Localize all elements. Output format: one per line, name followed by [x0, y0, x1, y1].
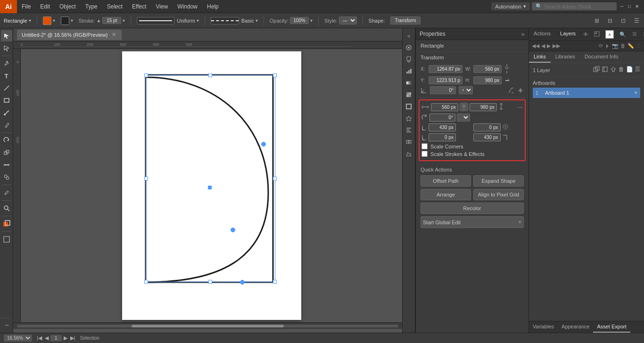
eyedropper-tool[interactable]: [1, 187, 12, 198]
zoom-tool[interactable]: [1, 203, 12, 214]
menu-edit[interactable]: Edit: [35, 0, 55, 13]
opacity-arrow-icon[interactable]: ▾: [310, 18, 313, 23]
angle-input[interactable]: [430, 86, 456, 94]
layer-nav-next-icon[interactable]: ▶▶: [553, 43, 560, 49]
opacity-input[interactable]: [290, 17, 309, 24]
image-trace-icon[interactable]: [403, 148, 414, 159]
appear-icon[interactable]: [403, 42, 414, 53]
menu-view[interactable]: View: [151, 0, 173, 13]
collapse-panel-icon[interactable]: «: [403, 30, 414, 41]
artboard-item-1[interactable]: 1 Artboard 1 +: [533, 88, 640, 98]
stroke-swatch[interactable]: [61, 16, 69, 25]
zoom-select[interactable]: 16.56%: [4, 335, 32, 342]
canvas-content[interactable]: [21, 49, 402, 322]
shape-builder-tool[interactable]: [1, 172, 12, 183]
corner-tr-input[interactable]: [473, 123, 501, 131]
stroke-style-arrow-icon[interactable]: ▾: [256, 18, 258, 23]
align-panel-icon[interactable]: [403, 124, 414, 136]
shape-dropdown-icon[interactable]: ▾: [29, 18, 31, 23]
tab-layers[interactable]: Layers: [555, 28, 580, 41]
graph-icon[interactable]: [403, 65, 414, 77]
type-tool[interactable]: T: [1, 70, 12, 82]
fill-arrow-icon[interactable]: ▾: [53, 18, 55, 23]
height-input[interactable]: [470, 103, 497, 111]
bezier-handle-1[interactable]: [261, 142, 266, 147]
tab-asset-export[interactable]: Asset Export: [593, 321, 630, 333]
menu-object[interactable]: Object: [55, 0, 81, 13]
artboard[interactable]: [122, 51, 301, 320]
workspace-selector[interactable]: Automation ▾: [491, 2, 530, 10]
scale-strokes-checkbox[interactable]: [421, 151, 428, 157]
menu-select[interactable]: Select: [102, 0, 127, 13]
layer-make-icon[interactable]: [593, 66, 600, 74]
center-point[interactable]: [208, 186, 212, 189]
layer-replay-icon[interactable]: ⟳: [599, 43, 603, 49]
transparency-icon[interactable]: [403, 89, 414, 100]
panel-layer-icon[interactable]: [591, 29, 603, 40]
width-input[interactable]: [431, 103, 458, 111]
close-button[interactable]: ✕: [634, 3, 640, 10]
more-icon[interactable]: ☰: [631, 15, 642, 26]
link-wh-icon[interactable]: [504, 63, 509, 74]
layer-more-icon[interactable]: ⋮: [636, 43, 641, 49]
first-page-button[interactable]: |◀: [36, 335, 43, 341]
tab-document-info[interactable]: Document Info: [580, 51, 623, 63]
scale-corners-checkbox[interactable]: [421, 143, 428, 149]
scrollbar-thumb-h[interactable]: [132, 325, 284, 327]
page-number-input[interactable]: [50, 335, 62, 341]
w-input[interactable]: [473, 65, 502, 73]
layer-play-icon[interactable]: ⏵: [605, 43, 610, 49]
bezier-handle-3[interactable]: [240, 280, 245, 285]
direct-selection-tool[interactable]: [1, 42, 12, 54]
transform-button[interactable]: Transform: [390, 16, 420, 24]
minimize-button[interactable]: ─: [619, 3, 625, 10]
layer-nav-prev-icon[interactable]: ◀◀: [532, 43, 539, 49]
rotate-tool[interactable]: [1, 135, 12, 146]
transform-icon[interactable]: ⊡: [618, 15, 629, 26]
align-pixel-button[interactable]: Align to Pixel Grid: [473, 189, 524, 200]
layer-edit-icon[interactable]: ✏️: [627, 43, 634, 49]
scale-tool[interactable]: [1, 147, 12, 158]
menu-window[interactable]: Window: [173, 0, 202, 13]
stroke-input[interactable]: [102, 17, 121, 24]
rotation-input[interactable]: [429, 114, 455, 122]
pathfinder-icon[interactable]: [403, 136, 414, 147]
x-input[interactable]: [429, 65, 462, 73]
angle-dropdown[interactable]: ▾: [459, 86, 473, 94]
brush-icon[interactable]: [403, 54, 414, 65]
tab-actions[interactable]: Actions: [529, 28, 555, 41]
align-icon[interactable]: ⊟: [604, 15, 616, 26]
tab-appearance[interactable]: Appearance: [558, 321, 593, 333]
stroke-up-icon[interactable]: ▲: [96, 18, 101, 23]
fill-selector[interactable]: ▾: [41, 16, 57, 25]
link-icon[interactable]: [460, 103, 468, 111]
grid-icon[interactable]: ⊞: [591, 15, 603, 26]
layer-collect-icon[interactable]: [610, 66, 617, 74]
corner-bl-input[interactable]: [429, 133, 456, 141]
rect-tool[interactable]: [1, 95, 12, 106]
tab-variables[interactable]: Variables: [529, 321, 558, 333]
menu-help[interactable]: Help: [202, 0, 223, 13]
corner-br-input[interactable]: [473, 133, 501, 141]
menu-effect[interactable]: Effect: [127, 0, 151, 13]
corner-tl-input[interactable]: [429, 123, 456, 131]
canvas-tab-close-button[interactable]: ✕: [110, 32, 117, 38]
layer-nav-forward-icon[interactable]: ▶: [547, 43, 551, 49]
search-box[interactable]: 🔍: [532, 2, 617, 10]
layer-delete-icon[interactable]: 🗑: [619, 66, 624, 74]
h-input[interactable]: [473, 76, 502, 84]
recolor-button[interactable]: Recolor: [421, 203, 524, 214]
panel-toolbar-icon[interactable]: [629, 29, 640, 40]
options-dots-button[interactable]: ···: [517, 103, 523, 111]
style-select[interactable]: —: [339, 16, 357, 24]
bezier-handle-2[interactable]: [231, 228, 235, 232]
layer-camera-icon[interactable]: 📷: [612, 43, 619, 49]
layer-trash-icon[interactable]: 🗑: [620, 43, 626, 49]
artboard-add-icon[interactable]: +: [634, 90, 637, 96]
paintbrush-tool[interactable]: [1, 107, 12, 118]
menu-type[interactable]: Type: [81, 0, 102, 13]
tab-libraries[interactable]: Libraries: [551, 51, 580, 63]
stroke-arrow-icon[interactable]: ▾: [71, 18, 73, 23]
expand-shape-button[interactable]: Expand Shape: [473, 175, 524, 187]
stroke-style-preview[interactable]: [211, 17, 239, 24]
